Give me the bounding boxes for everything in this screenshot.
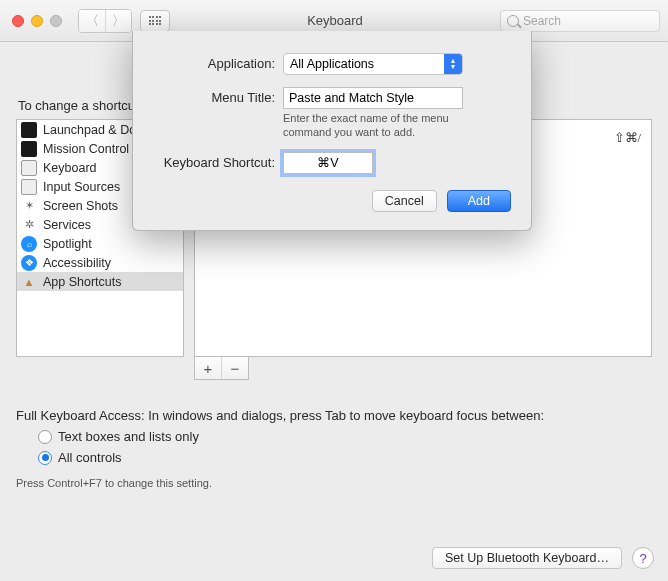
sidebar-item-spotlight[interactable]: ⌕ Spotlight (17, 234, 183, 253)
zoom-window-icon (50, 15, 62, 27)
existing-shortcut-display: ⇧⌘/ (614, 131, 641, 145)
accessibility-icon: ❖ (21, 255, 37, 271)
sidebar-item-label: Spotlight (43, 237, 92, 251)
sidebar-item-label: Accessibility (43, 256, 111, 270)
input-sources-icon (21, 179, 37, 195)
sidebar-item-label: Keyboard (43, 161, 97, 175)
add-shortcut-sheet: Application: All Applications ▲▼ Menu Ti… (132, 31, 532, 231)
search-field[interactable]: Search (500, 10, 660, 32)
back-button[interactable]: 〈 (79, 10, 105, 32)
spotlight-icon: ⌕ (21, 236, 37, 252)
sidebar-item-label: Input Sources (43, 180, 120, 194)
application-popup[interactable]: All Applications ▲▼ (283, 53, 463, 75)
chevron-updown-icon: ▲▼ (444, 54, 462, 74)
screenshots-icon: ✶ (21, 198, 37, 214)
bluetooth-keyboard-button[interactable]: Set Up Bluetooth Keyboard… (432, 547, 622, 569)
add-remove-segmented: + − (194, 357, 249, 380)
radio-label: All controls (58, 450, 122, 465)
launchpad-icon (21, 122, 37, 138)
sidebar-item-label: Services (43, 218, 91, 232)
fka-radio-textboxes[interactable]: Text boxes and lists only (38, 429, 652, 444)
sidebar-item-label: Screen Shots (43, 199, 118, 213)
menu-title-label: Menu Title: (153, 87, 283, 105)
search-placeholder: Search (523, 14, 561, 28)
keyboard-shortcut-input[interactable] (283, 152, 373, 174)
nav-back-forward: 〈 〉 (78, 9, 132, 33)
sidebar-item-label: Mission Control (43, 142, 129, 156)
application-popup-value: All Applications (284, 54, 444, 74)
sidebar-item-label: App Shortcuts (43, 275, 122, 289)
footer: Set Up Bluetooth Keyboard… ? (432, 547, 654, 569)
fka-hint: Press Control+F7 to change this setting. (16, 477, 652, 489)
keyboard-icon (21, 160, 37, 176)
radio-label: Text boxes and lists only (58, 429, 199, 444)
app-shortcuts-icon: ▲ (21, 274, 37, 290)
search-icon (507, 15, 519, 27)
close-window-icon[interactable] (12, 15, 24, 27)
remove-shortcut-button[interactable]: − (221, 357, 248, 379)
forward-button[interactable]: 〉 (105, 10, 131, 32)
menu-title-input[interactable] (283, 87, 463, 109)
mission-control-icon (21, 141, 37, 157)
services-icon: ✲ (21, 217, 37, 233)
help-button[interactable]: ? (632, 547, 654, 569)
fka-radio-all-controls[interactable]: All controls (38, 450, 652, 465)
keyboard-shortcut-label: Keyboard Shortcut: (153, 152, 283, 170)
full-keyboard-access-section: Full Keyboard Access: In windows and dia… (16, 408, 652, 489)
sidebar-item-app-shortcuts[interactable]: ▲ App Shortcuts (17, 272, 183, 291)
radio-icon (38, 430, 52, 444)
add-shortcut-button[interactable]: + (195, 357, 221, 379)
add-button[interactable]: Add (447, 190, 511, 212)
grid-icon (149, 16, 162, 25)
window-title: Keyboard (178, 13, 492, 28)
sidebar-item-accessibility[interactable]: ❖ Accessibility (17, 253, 183, 272)
fka-heading: Full Keyboard Access: In windows and dia… (16, 408, 652, 423)
minimize-window-icon[interactable] (31, 15, 43, 27)
application-label: Application: (153, 53, 283, 71)
radio-icon (38, 451, 52, 465)
traffic-lights (12, 15, 62, 27)
cancel-button[interactable]: Cancel (372, 190, 437, 212)
menu-title-hint: Enter the exact name of the menu command… (283, 112, 483, 140)
show-all-prefs-button[interactable] (140, 10, 170, 32)
